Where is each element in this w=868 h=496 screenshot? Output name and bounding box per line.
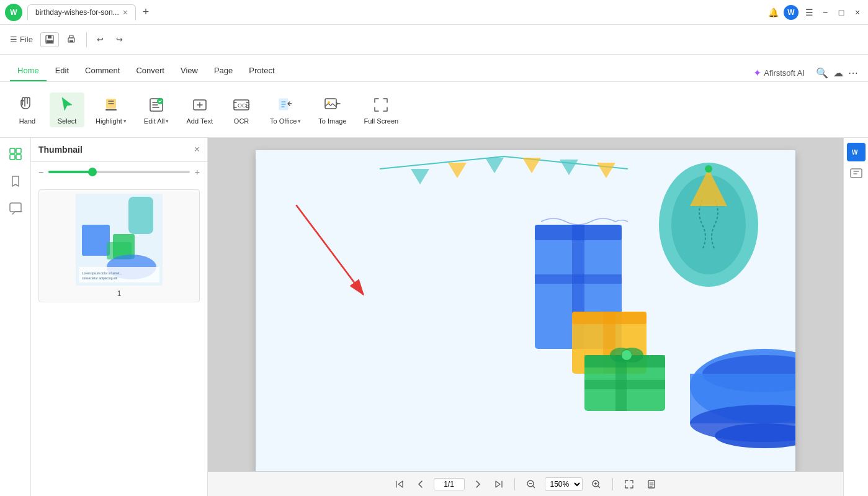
- thumbnail-image: Lorem ipsum dolor sit amet... consectetu…: [76, 194, 163, 286]
- menu-convert[interactable]: Convert: [128, 61, 172, 81]
- menu-protect[interactable]: Protect: [241, 61, 282, 81]
- ribbon: Hand Select Highlight ▾ Edit All ▾: [0, 82, 868, 138]
- search-button[interactable]: 🔍: [816, 67, 828, 79]
- hand-label: Hand: [19, 117, 35, 125]
- ribbon-to-image-button[interactable]: To Image: [312, 92, 352, 127]
- ribbon-edit-all-button[interactable]: Edit All ▾: [138, 92, 176, 127]
- menu-view[interactable]: View: [173, 61, 205, 81]
- svg-rect-51: [584, 380, 665, 389]
- sidebar-bookmark-icon[interactable]: [4, 170, 27, 192]
- zoom-slider-thumb[interactable]: [88, 168, 97, 176]
- ribbon-full-screen-button[interactable]: Full Screen: [358, 92, 405, 127]
- birthday-svg: [256, 150, 795, 471]
- ribbon-hand-button[interactable]: Hand: [10, 92, 45, 127]
- last-page-button[interactable]: [491, 479, 507, 490]
- zoom-in-button[interactable]: [588, 478, 605, 490]
- page-input[interactable]: [434, 478, 465, 490]
- undo-button[interactable]: ↩: [92, 32, 109, 47]
- pdf-illustration: [256, 150, 795, 471]
- svg-rect-13: [325, 99, 336, 109]
- select-icon: [57, 95, 77, 115]
- sidebar-comment-icon[interactable]: [4, 197, 27, 220]
- ocr-label: OCR: [234, 117, 249, 125]
- new-tab-button[interactable]: +: [138, 5, 153, 20]
- minimize-button[interactable]: −: [820, 7, 831, 18]
- zoom-select[interactable]: 50% 75% 100% 125% 150% 175% 200%: [545, 477, 583, 491]
- bottom-navigation-bar: 50% 75% 100% 125% 150% 175% 200%: [208, 471, 843, 496]
- zoom-in-icon[interactable]: +: [195, 167, 200, 177]
- menu-home[interactable]: Home: [10, 61, 47, 81]
- menu-edit[interactable]: Edit: [48, 61, 76, 81]
- hand-icon: [17, 95, 37, 115]
- prev-page-button[interactable]: [413, 479, 429, 490]
- save-button[interactable]: [40, 32, 59, 47]
- svg-rect-2: [47, 40, 53, 43]
- first-page-button[interactable]: [391, 479, 408, 490]
- svg-text:OCR: OCR: [238, 102, 251, 109]
- maximize-button[interactable]: □: [836, 7, 847, 18]
- hamburger-icon: ☰: [10, 35, 17, 44]
- user-avatar[interactable]: W: [784, 5, 799, 20]
- add-text-label: Add Text: [186, 117, 213, 125]
- to-office-arrow-icon: ▾: [298, 118, 301, 124]
- notification-icon[interactable]: 🔔: [767, 7, 779, 18]
- full-screen-icon: [371, 95, 391, 115]
- translate-icon: W: [851, 147, 862, 158]
- tab-close-button[interactable]: ×: [123, 7, 128, 17]
- pdf-viewport[interactable]: Lorem ipsum dolor sit amet, consectetur …: [208, 138, 843, 471]
- zoom-slider[interactable]: [48, 171, 190, 173]
- translate-button[interactable]: W: [847, 143, 866, 161]
- close-button[interactable]: ×: [852, 7, 863, 18]
- left-sidebar: [0, 138, 31, 496]
- edit-all-arrow-icon: ▾: [166, 118, 169, 124]
- svg-point-54: [622, 350, 632, 360]
- ribbon-select-button[interactable]: Select: [50, 92, 84, 127]
- print-button[interactable]: [61, 32, 81, 47]
- svg-point-8: [157, 98, 163, 104]
- ai-button[interactable]: ✦ Afirstsoft AI: [747, 65, 811, 81]
- ribbon-ocr-button[interactable]: OCR OCR: [224, 92, 259, 127]
- thumbnail-page-1[interactable]: Lorem ipsum dolor sit amet... consectetu…: [38, 189, 200, 302]
- zoom-out-button[interactable]: [522, 478, 540, 490]
- svg-rect-19: [10, 203, 21, 212]
- tab-bar: birthday-wishes-for-son... × +: [27, 4, 763, 20]
- right-sidebar-icon-2[interactable]: [849, 166, 863, 183]
- redo-button[interactable]: ↪: [111, 32, 128, 47]
- bottom-separator-1: [514, 478, 515, 490]
- ribbon-highlight-button[interactable]: Highlight ▾: [89, 92, 133, 127]
- highlight-icon: [101, 95, 121, 115]
- menu-page[interactable]: Page: [207, 61, 240, 81]
- thumbnail-area: Lorem ipsum dolor sit amet... consectetu…: [31, 182, 207, 496]
- next-page-button[interactable]: [470, 479, 486, 490]
- full-screen-label: Full Screen: [364, 117, 399, 125]
- svg-text:consectetur adipiscing elit: consectetur adipiscing elit: [82, 276, 118, 280]
- right-sidebar: W: [843, 138, 868, 496]
- panel-header: Thumbnail ×: [31, 138, 207, 162]
- tab-title: birthday-wishes-for-son...: [35, 8, 119, 17]
- fit-page-button[interactable]: [643, 478, 660, 490]
- ribbon-add-text-button[interactable]: Add Text: [180, 92, 219, 127]
- panel-close-button[interactable]: ×: [194, 144, 200, 155]
- active-tab[interactable]: birthday-wishes-for-son... ×: [27, 4, 136, 20]
- zoom-slider-track: [48, 171, 91, 173]
- svg-rect-15: [10, 148, 15, 153]
- menu-right-actions: ✦ Afirstsoft AI 🔍 ☁ ⋯: [747, 65, 858, 81]
- file-menu-button[interactable]: ☰ File: [5, 32, 38, 47]
- to-office-icon: [275, 95, 295, 115]
- svg-rect-1: [48, 35, 51, 38]
- cloud-sync-icon[interactable]: ☁: [833, 67, 843, 79]
- menu-icon[interactable]: ☰: [803, 7, 815, 18]
- panel-title: Thumbnail: [38, 145, 83, 155]
- highlight-label: Highlight ▾: [96, 117, 127, 125]
- zoom-out-icon[interactable]: −: [38, 167, 43, 177]
- svg-rect-22: [82, 225, 110, 256]
- ai-star-icon: ✦: [753, 67, 761, 79]
- svg-rect-5: [69, 35, 73, 38]
- fit-width-button[interactable]: [620, 478, 638, 490]
- ribbon-to-office-button[interactable]: To Office ▾: [264, 92, 307, 127]
- sidebar-thumbnail-icon[interactable]: [4, 143, 27, 165]
- save-icon: [45, 35, 55, 45]
- thumbnail-panel: Thumbnail × − +: [31, 138, 208, 496]
- more-options-icon[interactable]: ⋯: [848, 67, 858, 79]
- menu-comment[interactable]: Comment: [78, 61, 127, 81]
